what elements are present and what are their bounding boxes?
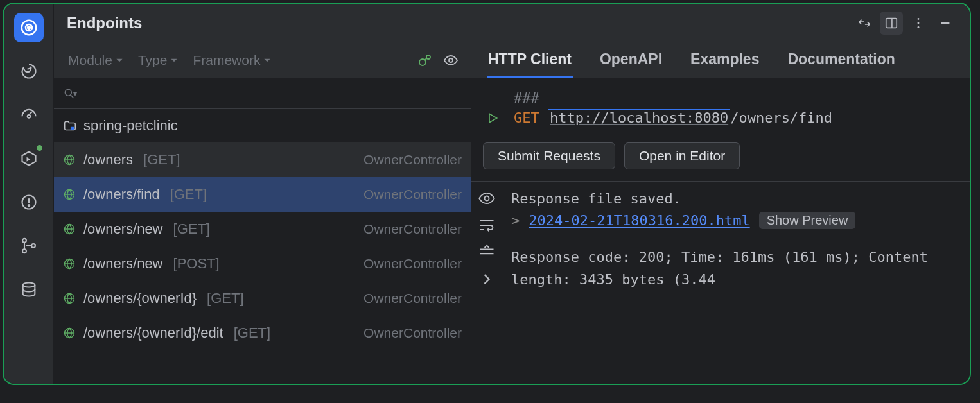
- endpoint-row[interactable]: /owners/find[GET]OwnerController: [54, 177, 471, 212]
- tab-documentation[interactable]: Documentation: [786, 44, 896, 78]
- framework-filter[interactable]: Framework: [188, 50, 277, 71]
- svg-point-12: [918, 22, 920, 24]
- request-host[interactable]: http://localhost:8080: [548, 109, 730, 126]
- action-buttons: Submit Requests Open in Editor: [471, 132, 970, 182]
- endpoint-row[interactable]: /owners/new[POST]OwnerController: [54, 246, 471, 281]
- project-name: spring-petclinic: [83, 117, 178, 134]
- svg-point-13: [918, 26, 920, 28]
- endpoint-row[interactable]: /owners/new[GET]OwnerController: [54, 212, 471, 246]
- request-path: /owners/find: [730, 110, 832, 126]
- globe-icon: [63, 153, 77, 166]
- main-area: Endpoints Module Type Framework: [54, 4, 970, 384]
- project-row[interactable]: spring-petclinic: [54, 109, 471, 142]
- search-row[interactable]: ▾: [54, 78, 471, 109]
- next-icon[interactable]: [478, 270, 496, 288]
- http-verb: GET: [514, 110, 539, 126]
- svg-rect-18: [71, 127, 74, 130]
- globe-icon: [63, 292, 77, 305]
- response-pane: Response file saved. > 2024-02-21T180316…: [471, 182, 970, 384]
- globe-icon: [63, 188, 77, 201]
- detail-pane: HTTP Client OpenAPI Examples Documentati…: [471, 42, 970, 384]
- scroll-icon[interactable]: [478, 243, 496, 261]
- openapi-icon[interactable]: [414, 49, 436, 71]
- services-tool-icon[interactable]: [14, 144, 44, 173]
- endpoint-method: [GET]: [207, 290, 243, 307]
- endpoint-row[interactable]: /owners[GET]OwnerController: [54, 142, 471, 177]
- dashboard-tool-icon[interactable]: [14, 100, 44, 130]
- endpoint-method: [POST]: [173, 255, 220, 272]
- endpoint-controller: OwnerController: [363, 152, 462, 167]
- response-file-link[interactable]: 2024-02-21T180316.200.html: [529, 212, 749, 228]
- problems-tool-icon[interactable]: [14, 187, 44, 217]
- svg-point-3: [27, 115, 30, 118]
- svg-point-5: [28, 205, 29, 206]
- svg-point-2: [28, 26, 30, 29]
- svg-point-9: [22, 283, 35, 287]
- endpoint-row[interactable]: /owners/{ownerId}[GET]OwnerController: [54, 281, 471, 316]
- endpoint-method: [GET]: [234, 325, 270, 341]
- endpoint-list-pane: Module Type Framework ▾: [54, 42, 471, 384]
- tab-http-client[interactable]: HTTP Client: [487, 44, 573, 78]
- open-in-editor-button[interactable]: Open in Editor: [624, 142, 740, 169]
- svg-point-16: [449, 58, 453, 62]
- ide-window: Endpoints Module Type Framework: [3, 3, 971, 385]
- wrap-icon[interactable]: [478, 216, 496, 234]
- database-tool-icon[interactable]: [14, 275, 44, 304]
- svg-point-7: [22, 249, 26, 253]
- request-separator: ###: [514, 90, 539, 106]
- endpoint-controller: OwnerController: [363, 325, 462, 341]
- response-body: Response file saved. > 2024-02-21T180316…: [502, 182, 970, 384]
- endpoint-path: /owners/{ownerId}/edit: [83, 325, 223, 341]
- globe-icon: [63, 327, 77, 339]
- endpoint-path: /owners/new: [83, 221, 163, 237]
- more-icon[interactable]: [907, 12, 930, 35]
- response-status: Response code: 200; Time: 161ms (161 ms)…: [511, 246, 961, 291]
- endpoint-controller: OwnerController: [363, 221, 462, 237]
- endpoint-method: [GET]: [143, 151, 180, 168]
- svg-rect-10: [886, 18, 897, 28]
- submit-requests-button[interactable]: Submit Requests: [483, 142, 615, 169]
- svg-point-25: [484, 196, 489, 201]
- show-hidden-icon[interactable]: [440, 49, 462, 71]
- filter-bar: Module Type Framework: [54, 42, 471, 78]
- endpoint-path: /owners/{ownerId}: [83, 290, 197, 307]
- endpoint-path: /owners/new: [83, 255, 163, 272]
- endpoint-method: [GET]: [170, 186, 207, 203]
- tool-iconbar: [4, 4, 54, 384]
- endpoint-list: /owners[GET]OwnerController/owners/find[…: [54, 142, 471, 384]
- svg-point-8: [31, 244, 35, 248]
- endpoint-path: /owners/find: [83, 186, 160, 203]
- endpoint-controller: OwnerController: [363, 256, 462, 271]
- type-filter[interactable]: Type: [133, 50, 184, 71]
- http-editor[interactable]: ### GET http://localhost:8080/owners/fin…: [471, 78, 970, 132]
- svg-point-6: [22, 239, 26, 243]
- minimize-icon[interactable]: [934, 12, 957, 35]
- endpoint-method: [GET]: [173, 221, 210, 237]
- tab-examples[interactable]: Examples: [689, 44, 760, 78]
- endpoint-controller: OwnerController: [363, 291, 462, 306]
- endpoint-path: /owners: [83, 151, 133, 168]
- endpoint-row[interactable]: /owners/{ownerId}/edit[GET]OwnerControll…: [54, 316, 471, 350]
- module-filter[interactable]: Module: [63, 50, 129, 71]
- svg-point-17: [65, 89, 71, 96]
- view-icon[interactable]: [478, 189, 496, 207]
- titlebar: Endpoints: [54, 4, 970, 42]
- svg-point-11: [918, 18, 920, 20]
- response-toolbar: [471, 182, 502, 384]
- export-icon[interactable]: [853, 12, 876, 35]
- run-request-icon[interactable]: [483, 112, 502, 124]
- show-preview-button[interactable]: Show Preview: [759, 212, 856, 229]
- vcs-tool-icon[interactable]: [14, 231, 44, 261]
- tab-openapi[interactable]: OpenAPI: [599, 44, 663, 78]
- response-saved-text: Response file saved.: [511, 191, 961, 207]
- globe-icon: [63, 257, 77, 270]
- endpoint-controller: OwnerController: [363, 187, 462, 202]
- layout-icon[interactable]: [880, 12, 903, 35]
- split: Module Type Framework ▾: [54, 42, 970, 384]
- endpoints-tool-icon[interactable]: [14, 13, 44, 42]
- spring-tool-icon[interactable]: [14, 56, 44, 86]
- globe-icon: [63, 223, 77, 236]
- panel-title: Endpoints: [67, 14, 849, 32]
- detail-tabs: HTTP Client OpenAPI Examples Documentati…: [471, 42, 970, 78]
